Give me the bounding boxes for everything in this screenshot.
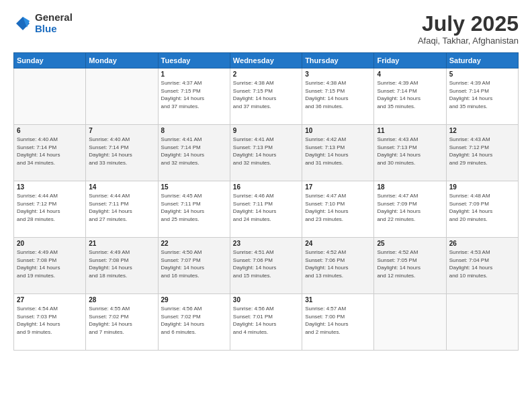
table-row: 4Sunrise: 4:39 AM Sunset: 7:14 PM Daylig… bbox=[374, 68, 446, 125]
day-number: 5 bbox=[449, 71, 515, 78]
day-info: Sunrise: 4:48 AM Sunset: 7:09 PM Dayligh… bbox=[449, 192, 515, 223]
logo-icon bbox=[13, 14, 32, 33]
day-info: Sunrise: 4:49 AM Sunset: 7:08 PM Dayligh… bbox=[17, 248, 83, 279]
table-row: 14Sunrise: 4:44 AM Sunset: 7:11 PM Dayli… bbox=[86, 181, 158, 238]
col-monday: Monday bbox=[86, 53, 158, 68]
day-info: Sunrise: 4:37 AM Sunset: 7:15 PM Dayligh… bbox=[161, 79, 227, 110]
day-info: Sunrise: 4:50 AM Sunset: 7:07 PM Dayligh… bbox=[161, 248, 227, 279]
table-row bbox=[446, 294, 518, 351]
table-row: 3Sunrise: 4:38 AM Sunset: 7:15 PM Daylig… bbox=[302, 68, 374, 125]
table-row: 5Sunrise: 4:39 AM Sunset: 7:14 PM Daylig… bbox=[446, 68, 518, 125]
day-number: 7 bbox=[89, 127, 154, 134]
logo-general: General bbox=[35, 12, 73, 24]
logo-blue-text: Blue bbox=[35, 24, 73, 35]
day-info: Sunrise: 4:56 AM Sunset: 7:02 PM Dayligh… bbox=[161, 305, 227, 336]
day-number: 10 bbox=[305, 127, 371, 134]
day-number: 3 bbox=[305, 71, 371, 78]
table-row bbox=[86, 68, 158, 125]
day-number: 24 bbox=[305, 240, 371, 247]
day-number: 26 bbox=[449, 240, 515, 247]
day-number: 18 bbox=[377, 183, 443, 191]
day-info: Sunrise: 4:42 AM Sunset: 7:13 PM Dayligh… bbox=[305, 136, 371, 167]
table-row bbox=[374, 294, 446, 351]
day-number: 4 bbox=[377, 71, 443, 78]
day-info: Sunrise: 4:38 AM Sunset: 7:15 PM Dayligh… bbox=[233, 79, 299, 110]
day-number: 1 bbox=[161, 71, 227, 78]
table-row: 13Sunrise: 4:44 AM Sunset: 7:12 PM Dayli… bbox=[14, 181, 86, 238]
day-number: 13 bbox=[17, 183, 83, 191]
table-row: 30Sunrise: 4:56 AM Sunset: 7:01 PM Dayli… bbox=[230, 294, 302, 351]
table-row: 23Sunrise: 4:51 AM Sunset: 7:06 PM Dayli… bbox=[230, 238, 302, 294]
day-number: 11 bbox=[377, 127, 443, 134]
table-row: 2Sunrise: 4:38 AM Sunset: 7:15 PM Daylig… bbox=[230, 68, 302, 125]
day-number: 2 bbox=[233, 71, 299, 78]
table-row: 11Sunrise: 4:43 AM Sunset: 7:13 PM Dayli… bbox=[374, 125, 446, 181]
day-info: Sunrise: 4:44 AM Sunset: 7:12 PM Dayligh… bbox=[17, 192, 83, 223]
page: General Blue July 2025 Afaqi, Takhar, Af… bbox=[0, 0, 532, 411]
day-number: 12 bbox=[449, 127, 515, 134]
day-info: Sunrise: 4:51 AM Sunset: 7:06 PM Dayligh… bbox=[233, 248, 299, 279]
day-number: 23 bbox=[233, 240, 299, 247]
table-row: 8Sunrise: 4:41 AM Sunset: 7:14 PM Daylig… bbox=[158, 125, 230, 181]
day-number: 17 bbox=[305, 183, 371, 191]
table-row: 16Sunrise: 4:46 AM Sunset: 7:11 PM Dayli… bbox=[230, 181, 302, 238]
day-number: 25 bbox=[377, 240, 443, 247]
day-info: Sunrise: 4:39 AM Sunset: 7:14 PM Dayligh… bbox=[449, 79, 515, 110]
table-row: 28Sunrise: 4:55 AM Sunset: 7:02 PM Dayli… bbox=[86, 294, 158, 351]
day-info: Sunrise: 4:47 AM Sunset: 7:10 PM Dayligh… bbox=[305, 192, 371, 223]
day-info: Sunrise: 4:40 AM Sunset: 7:14 PM Dayligh… bbox=[89, 136, 154, 167]
calendar-week-row: 6Sunrise: 4:40 AM Sunset: 7:14 PM Daylig… bbox=[14, 125, 519, 181]
table-row: 29Sunrise: 4:56 AM Sunset: 7:02 PM Dayli… bbox=[158, 294, 230, 351]
day-number: 8 bbox=[161, 127, 227, 134]
day-info: Sunrise: 4:49 AM Sunset: 7:08 PM Dayligh… bbox=[89, 248, 154, 279]
table-row: 6Sunrise: 4:40 AM Sunset: 7:14 PM Daylig… bbox=[14, 125, 86, 181]
day-number: 6 bbox=[17, 127, 83, 134]
day-info: Sunrise: 4:52 AM Sunset: 7:05 PM Dayligh… bbox=[377, 248, 443, 279]
day-info: Sunrise: 4:54 AM Sunset: 7:03 PM Dayligh… bbox=[17, 305, 83, 336]
day-number: 29 bbox=[161, 296, 227, 304]
day-info: Sunrise: 4:41 AM Sunset: 7:14 PM Dayligh… bbox=[161, 136, 227, 167]
day-number: 9 bbox=[233, 127, 299, 134]
calendar-header-row: Sunday Monday Tuesday Wednesday Thursday… bbox=[14, 53, 519, 68]
table-row: 7Sunrise: 4:40 AM Sunset: 7:14 PM Daylig… bbox=[86, 125, 158, 181]
calendar-week-row: 13Sunrise: 4:44 AM Sunset: 7:12 PM Dayli… bbox=[14, 181, 519, 238]
day-number: 21 bbox=[89, 240, 154, 247]
table-row: 21Sunrise: 4:49 AM Sunset: 7:08 PM Dayli… bbox=[86, 238, 158, 294]
day-number: 30 bbox=[233, 296, 299, 304]
title-month: July 2025 bbox=[418, 12, 519, 36]
title-block: July 2025 Afaqi, Takhar, Afghanistan bbox=[418, 12, 519, 46]
table-row: 31Sunrise: 4:57 AM Sunset: 7:00 PM Dayli… bbox=[302, 294, 374, 351]
table-row: 10Sunrise: 4:42 AM Sunset: 7:13 PM Dayli… bbox=[302, 125, 374, 181]
table-row: 27Sunrise: 4:54 AM Sunset: 7:03 PM Dayli… bbox=[14, 294, 86, 351]
day-info: Sunrise: 4:43 AM Sunset: 7:13 PM Dayligh… bbox=[377, 136, 443, 167]
table-row: 24Sunrise: 4:52 AM Sunset: 7:06 PM Dayli… bbox=[302, 238, 374, 294]
day-info: Sunrise: 4:46 AM Sunset: 7:11 PM Dayligh… bbox=[233, 192, 299, 223]
header: General Blue July 2025 Afaqi, Takhar, Af… bbox=[13, 12, 519, 46]
day-info: Sunrise: 4:43 AM Sunset: 7:12 PM Dayligh… bbox=[449, 136, 515, 167]
day-number: 28 bbox=[89, 296, 154, 304]
day-info: Sunrise: 4:52 AM Sunset: 7:06 PM Dayligh… bbox=[305, 248, 371, 279]
day-number: 27 bbox=[17, 296, 83, 304]
table-row: 19Sunrise: 4:48 AM Sunset: 7:09 PM Dayli… bbox=[446, 181, 518, 238]
table-row: 26Sunrise: 4:53 AM Sunset: 7:04 PM Dayli… bbox=[446, 238, 518, 294]
day-number: 16 bbox=[233, 183, 299, 191]
logo: General Blue bbox=[13, 12, 73, 34]
day-info: Sunrise: 4:39 AM Sunset: 7:14 PM Dayligh… bbox=[377, 79, 443, 110]
col-thursday: Thursday bbox=[302, 53, 374, 68]
day-number: 15 bbox=[161, 183, 227, 191]
col-wednesday: Wednesday bbox=[230, 53, 302, 68]
col-sunday: Sunday bbox=[14, 53, 86, 68]
table-row: 9Sunrise: 4:41 AM Sunset: 7:13 PM Daylig… bbox=[230, 125, 302, 181]
table-row: 12Sunrise: 4:43 AM Sunset: 7:12 PM Dayli… bbox=[446, 125, 518, 181]
day-number: 20 bbox=[17, 240, 83, 247]
table-row: 15Sunrise: 4:45 AM Sunset: 7:11 PM Dayli… bbox=[158, 181, 230, 238]
table-row: 17Sunrise: 4:47 AM Sunset: 7:10 PM Dayli… bbox=[302, 181, 374, 238]
table-row bbox=[14, 68, 86, 125]
day-info: Sunrise: 4:38 AM Sunset: 7:15 PM Dayligh… bbox=[305, 79, 371, 110]
day-info: Sunrise: 4:55 AM Sunset: 7:02 PM Dayligh… bbox=[89, 305, 154, 336]
calendar-week-row: 27Sunrise: 4:54 AM Sunset: 7:03 PM Dayli… bbox=[14, 294, 519, 351]
col-tuesday: Tuesday bbox=[158, 53, 230, 68]
calendar-week-row: 20Sunrise: 4:49 AM Sunset: 7:08 PM Dayli… bbox=[14, 238, 519, 294]
day-info: Sunrise: 4:40 AM Sunset: 7:14 PM Dayligh… bbox=[17, 136, 83, 167]
day-number: 22 bbox=[161, 240, 227, 247]
